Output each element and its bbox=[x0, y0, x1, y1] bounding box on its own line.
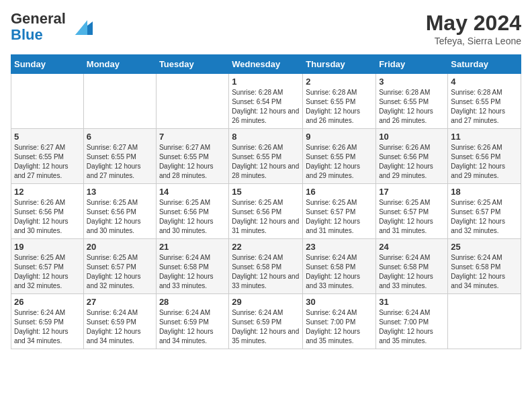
weekday-header-thursday: Thursday bbox=[303, 55, 376, 74]
weekday-header-tuesday: Tuesday bbox=[156, 55, 228, 74]
day-info: Sunrise: 6:28 AM Sunset: 6:55 PM Dayligh… bbox=[306, 88, 373, 126]
calendar-cell bbox=[448, 294, 521, 349]
calendar-week-row: 1Sunrise: 6:28 AM Sunset: 6:54 PM Daylig… bbox=[11, 74, 521, 129]
calendar-cell: 8Sunrise: 6:26 AM Sunset: 6:55 PM Daylig… bbox=[229, 129, 303, 184]
logo-blue-text: Blue bbox=[11, 26, 43, 43]
weekday-header-monday: Monday bbox=[83, 55, 156, 74]
day-number: 5 bbox=[14, 132, 81, 142]
day-number: 31 bbox=[379, 297, 445, 307]
day-info: Sunrise: 6:25 AM Sunset: 6:57 PM Dayligh… bbox=[306, 198, 373, 236]
day-number: 22 bbox=[232, 242, 300, 252]
calendar-cell: 26Sunrise: 6:24 AM Sunset: 6:59 PM Dayli… bbox=[11, 294, 84, 349]
calendar-cell: 5Sunrise: 6:27 AM Sunset: 6:55 PM Daylig… bbox=[11, 129, 84, 184]
svg-marker-1 bbox=[75, 20, 87, 35]
calendar-cell: 24Sunrise: 6:24 AM Sunset: 6:58 PM Dayli… bbox=[376, 239, 448, 294]
calendar-cell bbox=[156, 74, 228, 129]
calendar-cell: 7Sunrise: 6:27 AM Sunset: 6:55 PM Daylig… bbox=[156, 129, 228, 184]
day-info: Sunrise: 6:28 AM Sunset: 6:55 PM Dayligh… bbox=[451, 88, 518, 126]
calendar-cell: 4Sunrise: 6:28 AM Sunset: 6:55 PM Daylig… bbox=[448, 74, 521, 129]
day-info: Sunrise: 6:25 AM Sunset: 6:57 PM Dayligh… bbox=[87, 253, 153, 291]
calendar-cell: 25Sunrise: 6:24 AM Sunset: 6:58 PM Dayli… bbox=[448, 239, 521, 294]
day-info: Sunrise: 6:28 AM Sunset: 6:54 PM Dayligh… bbox=[232, 88, 300, 126]
calendar-cell: 11Sunrise: 6:26 AM Sunset: 6:56 PM Dayli… bbox=[448, 129, 521, 184]
day-number: 14 bbox=[159, 187, 226, 197]
weekday-header-wednesday: Wednesday bbox=[229, 55, 303, 74]
calendar-week-row: 26Sunrise: 6:24 AM Sunset: 6:59 PM Dayli… bbox=[11, 294, 521, 349]
logo: General Blue bbox=[11, 11, 93, 43]
day-info: Sunrise: 6:26 AM Sunset: 6:55 PM Dayligh… bbox=[306, 143, 373, 181]
month-title: May 2024 bbox=[426, 11, 521, 36]
day-info: Sunrise: 6:24 AM Sunset: 7:00 PM Dayligh… bbox=[306, 308, 373, 346]
calendar-cell: 30Sunrise: 6:24 AM Sunset: 7:00 PM Dayli… bbox=[303, 294, 376, 349]
day-info: Sunrise: 6:24 AM Sunset: 6:58 PM Dayligh… bbox=[306, 253, 373, 291]
day-info: Sunrise: 6:24 AM Sunset: 6:59 PM Dayligh… bbox=[87, 308, 153, 346]
calendar-table: SundayMondayTuesdayWednesdayThursdayFrid… bbox=[11, 54, 521, 349]
day-number: 3 bbox=[379, 77, 445, 87]
calendar-week-row: 19Sunrise: 6:25 AM Sunset: 6:57 PM Dayli… bbox=[11, 239, 521, 294]
day-number: 13 bbox=[87, 187, 153, 197]
day-info: Sunrise: 6:24 AM Sunset: 6:59 PM Dayligh… bbox=[232, 308, 300, 346]
day-number: 29 bbox=[232, 297, 300, 307]
calendar-cell: 6Sunrise: 6:27 AM Sunset: 6:55 PM Daylig… bbox=[83, 129, 156, 184]
day-info: Sunrise: 6:26 AM Sunset: 6:56 PM Dayligh… bbox=[14, 198, 81, 236]
day-number: 19 bbox=[14, 242, 81, 252]
calendar-cell: 28Sunrise: 6:24 AM Sunset: 6:59 PM Dayli… bbox=[156, 294, 228, 349]
day-number: 8 bbox=[232, 132, 300, 142]
day-number: 1 bbox=[232, 77, 300, 87]
day-info: Sunrise: 6:25 AM Sunset: 6:57 PM Dayligh… bbox=[14, 253, 81, 291]
logo-general-text: General bbox=[11, 10, 66, 27]
day-info: Sunrise: 6:24 AM Sunset: 6:58 PM Dayligh… bbox=[159, 253, 226, 291]
day-number: 21 bbox=[159, 242, 226, 252]
calendar-cell: 17Sunrise: 6:25 AM Sunset: 6:57 PM Dayli… bbox=[376, 184, 448, 239]
day-number: 24 bbox=[379, 242, 445, 252]
day-info: Sunrise: 6:24 AM Sunset: 6:59 PM Dayligh… bbox=[159, 308, 226, 346]
calendar-cell: 23Sunrise: 6:24 AM Sunset: 6:58 PM Dayli… bbox=[303, 239, 376, 294]
day-info: Sunrise: 6:24 AM Sunset: 6:58 PM Dayligh… bbox=[379, 253, 445, 291]
day-info: Sunrise: 6:27 AM Sunset: 6:55 PM Dayligh… bbox=[159, 143, 226, 181]
day-number: 23 bbox=[306, 242, 373, 252]
calendar-cell: 27Sunrise: 6:24 AM Sunset: 6:59 PM Dayli… bbox=[83, 294, 156, 349]
day-number: 7 bbox=[159, 132, 226, 142]
day-info: Sunrise: 6:24 AM Sunset: 6:58 PM Dayligh… bbox=[232, 253, 300, 291]
day-number: 18 bbox=[451, 187, 518, 197]
calendar-cell: 14Sunrise: 6:25 AM Sunset: 6:56 PM Dayli… bbox=[156, 184, 228, 239]
calendar-cell: 20Sunrise: 6:25 AM Sunset: 6:57 PM Dayli… bbox=[83, 239, 156, 294]
day-number: 4 bbox=[451, 77, 518, 87]
day-number: 27 bbox=[87, 297, 153, 307]
day-number: 20 bbox=[87, 242, 153, 252]
day-info: Sunrise: 6:24 AM Sunset: 6:59 PM Dayligh… bbox=[14, 308, 81, 346]
location-text: Tefeya, Sierra Leone bbox=[426, 36, 521, 46]
logo-icon bbox=[69, 15, 93, 39]
day-number: 9 bbox=[306, 132, 373, 142]
calendar-cell bbox=[83, 74, 156, 129]
weekday-header-sunday: Sunday bbox=[11, 55, 84, 74]
day-info: Sunrise: 6:25 AM Sunset: 6:57 PM Dayligh… bbox=[379, 198, 445, 236]
calendar-cell: 19Sunrise: 6:25 AM Sunset: 6:57 PM Dayli… bbox=[11, 239, 84, 294]
page-header: General Blue May 2024 Tefeya, Sierra Leo… bbox=[11, 11, 521, 46]
day-number: 17 bbox=[379, 187, 445, 197]
calendar-cell: 1Sunrise: 6:28 AM Sunset: 6:54 PM Daylig… bbox=[229, 74, 303, 129]
day-number: 16 bbox=[306, 187, 373, 197]
day-info: Sunrise: 6:24 AM Sunset: 7:00 PM Dayligh… bbox=[379, 308, 445, 346]
calendar-cell: 16Sunrise: 6:25 AM Sunset: 6:57 PM Dayli… bbox=[303, 184, 376, 239]
day-number: 12 bbox=[14, 187, 81, 197]
weekday-header-saturday: Saturday bbox=[448, 55, 521, 74]
calendar-cell bbox=[11, 74, 84, 129]
calendar-week-row: 5Sunrise: 6:27 AM Sunset: 6:55 PM Daylig… bbox=[11, 129, 521, 184]
day-info: Sunrise: 6:25 AM Sunset: 6:56 PM Dayligh… bbox=[159, 198, 226, 236]
day-info: Sunrise: 6:25 AM Sunset: 6:57 PM Dayligh… bbox=[451, 198, 518, 236]
day-info: Sunrise: 6:26 AM Sunset: 6:56 PM Dayligh… bbox=[451, 143, 518, 181]
day-number: 10 bbox=[379, 132, 445, 142]
day-number: 11 bbox=[451, 132, 518, 142]
day-info: Sunrise: 6:27 AM Sunset: 6:55 PM Dayligh… bbox=[87, 143, 153, 181]
calendar-cell: 29Sunrise: 6:24 AM Sunset: 6:59 PM Dayli… bbox=[229, 294, 303, 349]
calendar-cell: 18Sunrise: 6:25 AM Sunset: 6:57 PM Dayli… bbox=[448, 184, 521, 239]
weekday-header-row: SundayMondayTuesdayWednesdayThursdayFrid… bbox=[11, 55, 521, 74]
day-info: Sunrise: 6:28 AM Sunset: 6:55 PM Dayligh… bbox=[379, 88, 445, 126]
title-block: May 2024 Tefeya, Sierra Leone bbox=[426, 11, 521, 46]
day-number: 26 bbox=[14, 297, 81, 307]
calendar-cell: 2Sunrise: 6:28 AM Sunset: 6:55 PM Daylig… bbox=[303, 74, 376, 129]
day-number: 30 bbox=[306, 297, 373, 307]
day-info: Sunrise: 6:27 AM Sunset: 6:55 PM Dayligh… bbox=[14, 143, 81, 181]
calendar-cell: 15Sunrise: 6:25 AM Sunset: 6:56 PM Dayli… bbox=[229, 184, 303, 239]
